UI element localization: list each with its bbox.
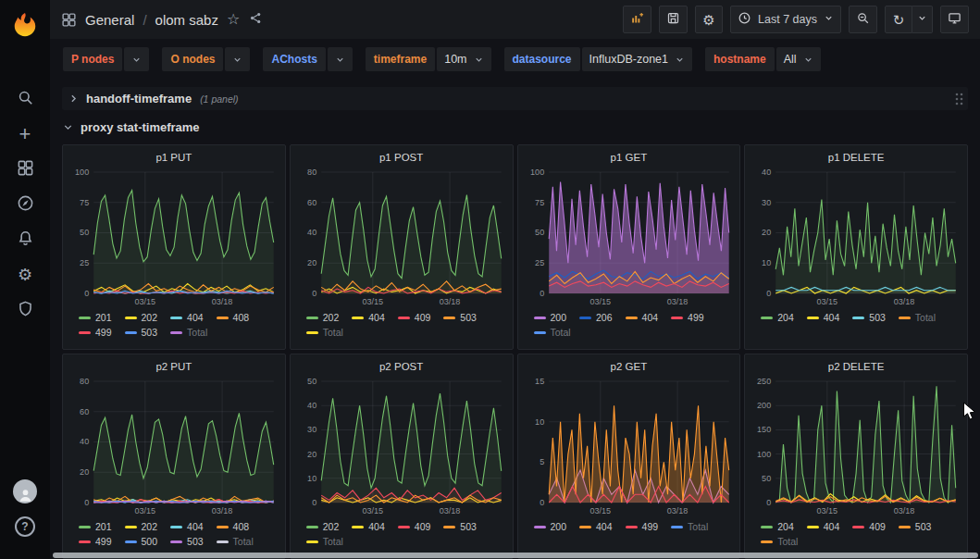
server-admin-button[interactable]	[0, 292, 50, 328]
favorite-dashboard-button[interactable]: ☆	[227, 12, 240, 27]
legend-item-408[interactable]: 408	[217, 520, 250, 534]
legend-item-total[interactable]: Total	[306, 326, 343, 340]
refresh-interval-dropdown[interactable]	[912, 6, 933, 33]
legend-item-503[interactable]: 503	[899, 520, 932, 534]
breadcrumb-dashboard-title[interactable]: olom sabz	[155, 12, 218, 28]
time-range-picker[interactable]: Last 7 days	[730, 6, 841, 33]
legend-item-503[interactable]: 503	[125, 326, 158, 340]
time-series-chart[interactable]: 02040608003/1503/18	[296, 168, 507, 308]
panel-title[interactable]: p1 DELETE	[751, 148, 961, 168]
legend-item-499[interactable]: 499	[626, 520, 659, 534]
panel-title[interactable]: p2 POST	[296, 357, 507, 377]
refresh-button[interactable]: ↻	[885, 6, 912, 33]
legend-item-499[interactable]: 499	[79, 326, 112, 340]
legend-item-202[interactable]: 202	[306, 520, 340, 534]
time-series-chart[interactable]: 02040608003/1503/18	[68, 377, 279, 517]
legend-item-408[interactable]: 408	[217, 311, 250, 325]
configuration-button[interactable]: ⚙	[0, 257, 50, 292]
grafana-logo[interactable]	[11, 11, 39, 39]
time-series-chart[interactable]: 01020304003/1503/18	[751, 168, 961, 308]
legend-item-404[interactable]: 404	[352, 520, 385, 534]
legend-item-total[interactable]: Total	[170, 326, 207, 340]
legend-item-404[interactable]: 404	[352, 311, 385, 325]
legend-item-206[interactable]: 206	[579, 311, 613, 325]
panel-title[interactable]: p2 GET	[524, 357, 735, 377]
variable-value-dropdown[interactable]: All	[776, 47, 821, 71]
legend-item-404[interactable]: 404	[807, 311, 840, 325]
legend-item-200[interactable]: 200	[534, 311, 567, 325]
legend-item-200[interactable]: 200	[534, 520, 567, 534]
dashboard-settings-button[interactable]: ⚙	[695, 6, 723, 33]
legend-item-202[interactable]: 202	[125, 520, 158, 534]
legend-item-409[interactable]: 409	[852, 520, 886, 534]
legend-item-201[interactable]: 201	[79, 520, 112, 534]
legend-item-404[interactable]: 404	[579, 520, 613, 534]
help-button[interactable]: ?	[0, 509, 50, 544]
legend-item-499[interactable]: 499	[671, 311, 704, 325]
time-series-chart[interactable]: 0102030405003/1503/18	[296, 377, 507, 517]
legend-item-503[interactable]: 503	[852, 311, 886, 325]
legend-item-503[interactable]: 503	[443, 311, 477, 325]
legend-item-total[interactable]: Total	[534, 326, 571, 340]
legend-item-409[interactable]: 409	[398, 311, 431, 325]
add-panel-button[interactable]	[623, 6, 651, 33]
search-button[interactable]	[0, 81, 50, 117]
legend-item-500[interactable]: 500	[125, 535, 158, 549]
time-series-chart[interactable]: 05101503/1503/18	[524, 377, 735, 517]
svg-text:03/15: 03/15	[589, 297, 611, 306]
legend-item-204[interactable]: 204	[761, 311, 794, 325]
panel-title[interactable]: p1 PUT	[68, 148, 279, 168]
legend-item-204[interactable]: 204	[761, 520, 794, 534]
explore-button[interactable]	[0, 187, 50, 222]
variable-value-dropdown[interactable]	[328, 47, 353, 71]
horizontal-scrollbar[interactable]	[53, 553, 978, 558]
legend-color-swatch	[170, 331, 182, 334]
cycle-view-button[interactable]	[940, 6, 969, 33]
legend-color-swatch	[217, 526, 229, 528]
legend-item-total[interactable]: Total	[899, 311, 936, 325]
row-drag-handle[interactable]	[954, 92, 964, 106]
legend-color-swatch	[352, 526, 364, 528]
row-title[interactable]: proxy stat-timeframe	[81, 120, 200, 134]
alerting-button[interactable]	[0, 222, 50, 257]
time-series-chart[interactable]: 025507510003/1503/18	[68, 168, 279, 308]
legend-item-201[interactable]: 201	[79, 311, 112, 325]
variable-value-dropdown[interactable]	[124, 47, 149, 71]
dashboards-button[interactable]	[0, 152, 50, 187]
legend-item-202[interactable]: 202	[125, 311, 158, 325]
panel-title[interactable]: p1 POST	[296, 148, 507, 168]
legend-color-swatch	[534, 331, 546, 334]
panel-title[interactable]: p1 GET	[524, 148, 735, 168]
legend-item-total[interactable]: Total	[217, 535, 254, 549]
variable-value-dropdown[interactable]	[225, 47, 250, 71]
breadcrumb-folder[interactable]: General	[85, 12, 134, 28]
variable-value-dropdown[interactable]: InfluxDB-zone1	[582, 47, 692, 71]
legend-item-202[interactable]: 202	[306, 311, 340, 325]
legend-item-503[interactable]: 503	[443, 520, 477, 534]
legend-color-swatch	[125, 540, 137, 543]
save-dashboard-button[interactable]	[659, 6, 688, 33]
legend-item-409[interactable]: 409	[398, 520, 431, 534]
dashboard-row-handoff-timeframe[interactable]: handoff-timeframe (1 panel)	[62, 87, 968, 110]
dashboard-row-proxy-stat-timeframe[interactable]: proxy stat-timeframe	[62, 116, 968, 139]
share-dashboard-button[interactable]	[248, 10, 264, 29]
legend-item-503[interactable]: 503	[170, 535, 204, 549]
panel-title[interactable]: p2 PUT	[68, 357, 279, 377]
legend-item-total[interactable]: Total	[671, 520, 708, 534]
zoom-out-button[interactable]	[849, 6, 877, 33]
legend-item-total[interactable]: Total	[761, 535, 798, 549]
time-series-chart[interactable]: 05010015020025003/1503/18	[751, 377, 961, 517]
row-title[interactable]: handoff-timeframe	[86, 92, 192, 106]
variable-value-dropdown[interactable]: 10m	[437, 47, 490, 71]
legend-item-404[interactable]: 404	[170, 520, 204, 534]
time-series-chart[interactable]: 025507510003/1503/18	[524, 168, 735, 308]
legend-item-total[interactable]: Total	[306, 535, 343, 549]
user-profile-button[interactable]	[0, 474, 50, 509]
legend-item-404[interactable]: 404	[626, 311, 659, 325]
legend-item-404[interactable]: 404	[807, 520, 840, 534]
legend-item-499[interactable]: 499	[79, 535, 112, 549]
legend-item-404[interactable]: 404	[170, 311, 204, 325]
panel-title[interactable]: p2 DELETE	[751, 357, 961, 377]
create-button[interactable]: +	[0, 117, 50, 152]
svg-text:10: 10	[762, 258, 771, 267]
